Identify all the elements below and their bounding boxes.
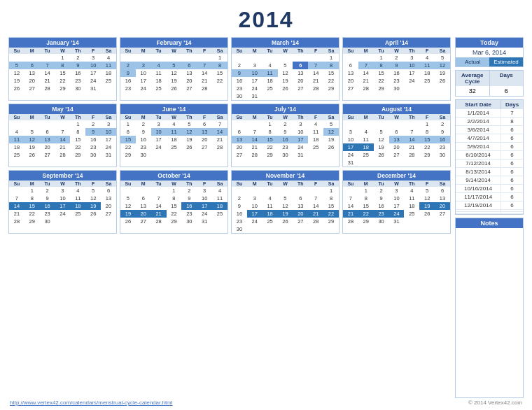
today-header: Today — [456, 38, 523, 48]
cycle-table-row — [456, 212, 523, 214]
cal-week-row: 9101112131415 — [232, 69, 339, 77]
month-header: February '14 — [120, 38, 227, 48]
sidebar: Today Mar 6, 2014 Actual Estimated Avera… — [455, 37, 524, 398]
notes-header: Notes — [456, 218, 523, 228]
cycle-table-row: 12/19/20146 — [456, 202, 523, 210]
avg-days-label: Days — [490, 71, 524, 86]
cycle-col1-header: Start Date — [456, 100, 501, 109]
cal-week-row: 15161718192021 — [120, 136, 227, 143]
calendar-row: May '14SuMTuWThFSa1234567891011121314151… — [8, 104, 451, 167]
cycle-data-section: Start Date Days 1/1/201472/2/201483/6/20… — [455, 99, 524, 215]
cal-week-row: 2345678 — [120, 62, 227, 69]
cal-week-row: 567891011 — [9, 62, 116, 69]
cal-grid: SuMTuWThFSa12345678910111213141516171819… — [232, 181, 339, 233]
today-section: Today Mar 6, 2014 Actual Estimated — [455, 37, 524, 67]
month-calendar: June '14SuMTuWThFSa123456789101112131415… — [120, 104, 228, 167]
month-calendar: March '14SuMTuWThFSa12345678910111213141… — [231, 37, 340, 101]
cal-week-row: 282930 — [9, 218, 116, 225]
cal-week-row: 16171819202122 — [120, 77, 227, 85]
cal-week-row: 14151617181920 — [9, 202, 116, 210]
avg-values-row: 32 6 — [456, 86, 523, 96]
cal-week-row: 6789101112 — [232, 128, 339, 136]
cal-week-row: 12131415161718 — [120, 202, 227, 210]
cal-week-row: 31 — [343, 159, 450, 167]
cal-grid: SuMTuWThFSa12345678910111213141516171819… — [343, 181, 450, 225]
month-calendar: May '14SuMTuWThFSa1234567891011121314151… — [8, 104, 117, 167]
month-header: March '14 — [232, 38, 339, 48]
month-header: October '14 — [120, 171, 227, 181]
cal-week-row: 25262728293031 — [9, 151, 116, 159]
cal-week-row: 6789101112 — [343, 62, 450, 69]
legend-row: Actual Estimated — [456, 57, 523, 66]
today-date: Mar 6, 2014 — [456, 48, 523, 57]
cycle-table-row: 4/7/20146 — [456, 134, 523, 143]
cal-week-row: 22232425262728 — [120, 143, 227, 151]
cal-grid: SuMTuWThFSa12345678910111213141516171819… — [343, 48, 450, 92]
cal-week-row: 262728293031 — [120, 218, 227, 225]
month-header: January '14 — [9, 38, 116, 48]
notes-content[interactable] — [456, 228, 523, 270]
footer-link[interactable]: http://www.vertex42.com/calendars/menstr… — [10, 400, 173, 406]
content-area: January '14SuMTuWThFSa123456789101112131… — [8, 37, 524, 398]
cal-week-row: 19202122232425 — [9, 77, 116, 85]
cal-grid: SuMTuWThFSa12345678910111213141516171819… — [9, 181, 116, 225]
cal-week-row: 891011121314 — [120, 128, 227, 136]
month-header: April '14 — [343, 38, 450, 48]
month-header: May '14 — [9, 104, 116, 114]
cal-week-row: 13141516171819 — [232, 136, 339, 143]
cal-week-row: 16171819202122 — [232, 77, 339, 85]
cycle-table-row: 7/12/20146 — [456, 160, 523, 168]
cal-week-row: 1234567 — [120, 120, 227, 128]
legend-actual: Actual — [456, 57, 489, 66]
cal-week-row: 3456789 — [343, 128, 450, 136]
cal-week-row: 12345 — [343, 54, 450, 62]
cal-week-row: 12 — [343, 120, 450, 128]
cycle-col2-header: Days — [501, 100, 523, 109]
cycle-table-row: 1/1/20147 — [456, 109, 523, 118]
calendar-row: January '14SuMTuWThFSa123456789101112131… — [8, 37, 451, 101]
cal-grid: SuMTuWThFSa12345678910111213141516171819… — [9, 48, 116, 92]
cal-week-row: 19202122232425 — [120, 210, 227, 218]
average-section: Average Cycle Days 32 6 — [455, 70, 524, 97]
cal-week-row: 14151617181920 — [343, 202, 450, 210]
month-header: December '14 — [343, 171, 450, 181]
cal-week-row: 123 — [9, 120, 116, 128]
page-title: 2014 — [8, 7, 524, 33]
cal-grid: SuMTuWThFSa12345678910111213141516171819… — [120, 181, 227, 225]
cal-week-row: 12131415161718 — [9, 69, 116, 77]
cal-week-row: 123456 — [9, 187, 116, 195]
cal-week-row: 9101112131415 — [232, 202, 339, 210]
cal-week-row: 2930 — [120, 151, 227, 159]
cal-week-row: 13141516171819 — [343, 69, 450, 77]
cal-week-row: 1234 — [9, 54, 116, 62]
cal-week-row: 1 — [120, 54, 227, 62]
cal-week-row: 10111213141516 — [343, 136, 450, 143]
cal-week-row: 45678910 — [9, 128, 116, 136]
avg-header-row: Average Cycle Days — [456, 71, 523, 86]
cycle-table-row: 2/2/20148 — [456, 118, 523, 126]
cycle-table-row: 11/17/20146 — [456, 193, 523, 202]
cal-week-row: 21222324252627 — [9, 210, 116, 218]
cal-week-row: 20212223242526 — [343, 77, 450, 85]
cal-week-row: 20212223242526 — [232, 143, 339, 151]
cal-week-row: 1234 — [120, 187, 227, 195]
cycle-table-row: 8/13/20146 — [456, 168, 523, 176]
cal-week-row: 24252627282930 — [343, 151, 450, 159]
cal-grid: SuMTuWThFSa12345678910111213141516171819… — [120, 48, 227, 92]
month-calendar: April '14SuMTuWThFSa12345678910111213141… — [342, 37, 451, 101]
cal-week-row: 78910111213 — [343, 195, 450, 202]
footer-copyright: © 2014 Vertex42.com — [468, 400, 522, 406]
calendars-grid: January '14SuMTuWThFSa123456789101112131… — [8, 37, 451, 398]
cal-week-row: 123456 — [343, 187, 450, 195]
month-calendar: August '14SuMTuWThFSa1234567891011121314… — [342, 104, 451, 167]
cal-week-row: 23242526272829 — [232, 218, 339, 225]
avg-cycle-value: 32 — [456, 86, 490, 96]
cycle-table-row: 3/6/20146 — [456, 126, 523, 134]
cal-grid: SuMTuWThFSa12345678910111213141516171819… — [9, 114, 116, 159]
month-header: November '14 — [232, 171, 339, 181]
footer: http://www.vertex42.com/calendars/menstr… — [8, 400, 524, 406]
cal-week-row: 2728293031 — [232, 151, 339, 159]
cal-grid: SuMTuWThFSa12345678910111213141516171819… — [232, 114, 339, 159]
page: 2014 January '14SuMTuWThFSa1234567891011… — [0, 0, 532, 410]
cal-week-row: 23242526272829 — [232, 85, 339, 92]
